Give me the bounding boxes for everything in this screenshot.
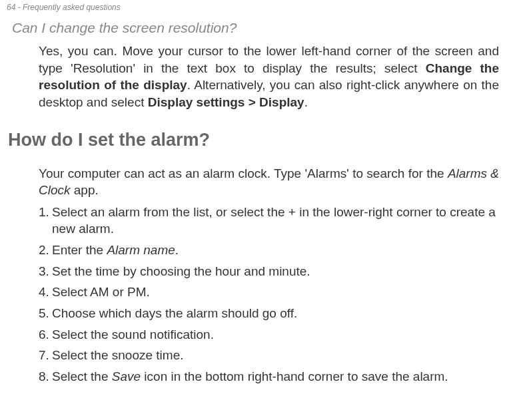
q2-heading: How do I set the alarm? (0, 118, 511, 158)
q1-answer-bold2: Display settings > Display (148, 95, 304, 109)
step-2b: Alarm name (107, 243, 175, 257)
step-8b: Save (112, 369, 141, 383)
steps-list: Select an alarm from the list, or select… (0, 202, 511, 393)
step-2: Enter the Alarm name. (39, 240, 499, 261)
page-header: 64 - Frequently asked questions (0, 0, 511, 17)
q2-intro: Your computer can act as an alarm clock.… (0, 158, 511, 202)
step-2a: Enter the (52, 243, 107, 257)
step-8: Select the Save icon in the bottom right… (39, 366, 499, 387)
step-2c: . (175, 243, 179, 257)
q1-answer-part3: . (304, 95, 308, 109)
step-6: Select the sound notification. (39, 324, 499, 345)
q1-answer: Yes, you can. Move your cursor to the lo… (0, 40, 511, 118)
step-3: Set the time by choosing the hour and mi… (39, 261, 499, 282)
step-4: Select AM or PM. (39, 282, 499, 303)
step-8c: icon in the bottom right-hand corner to … (141, 369, 448, 383)
step-8a: Select the (52, 369, 112, 383)
step-7: Select the snooze time. (39, 345, 499, 366)
q1-heading: Can I change the screen resolution? (0, 17, 511, 40)
q2-intro-part2: app. (71, 183, 99, 197)
q2-intro-part1: Your computer can act as an alarm clock.… (39, 166, 448, 180)
step-1: Select an alarm from the list, or select… (39, 202, 499, 240)
step-5: Choose which days the alarm should go of… (39, 303, 499, 324)
